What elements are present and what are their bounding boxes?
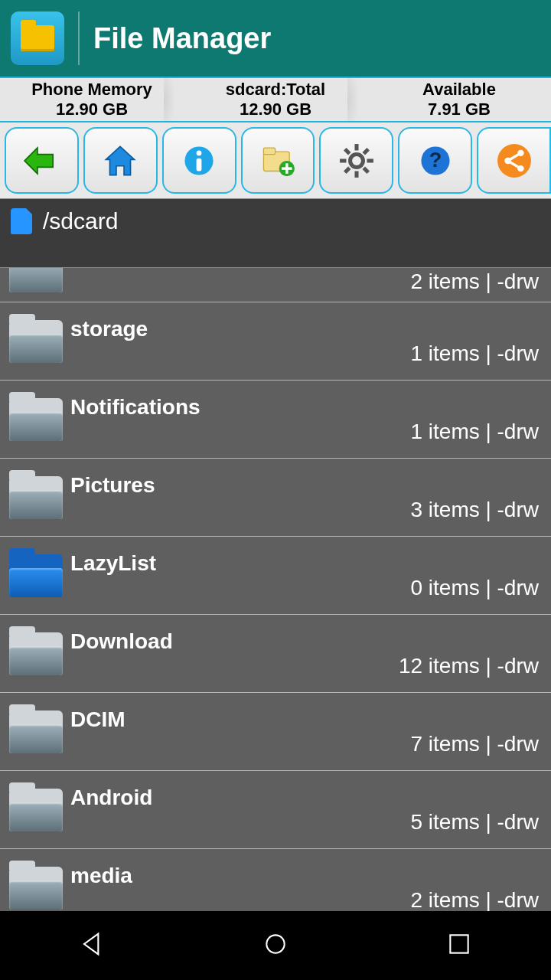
folder-name: Notifications	[70, 395, 539, 420]
svg-text:?: ?	[429, 149, 442, 172]
svg-line-15	[364, 149, 368, 153]
folder-icon	[21, 25, 54, 51]
svg-point-1	[197, 150, 202, 155]
triangle-back-icon	[77, 929, 107, 959]
share-icon	[494, 140, 535, 181]
stat-label: Phone Memory	[31, 80, 152, 100]
home-icon	[99, 140, 141, 181]
folder-icon	[9, 320, 63, 363]
folder-row[interactable]: Android5 items | -drw	[0, 770, 551, 848]
svg-line-14	[364, 168, 368, 172]
folder-name: Pictures	[70, 473, 539, 498]
circle-home-icon	[260, 929, 291, 959]
folder-row[interactable]: LazyList0 items | -drw	[0, 536, 551, 614]
stat-sdcard-total[interactable]: sdcard:Total 12.90 GB	[184, 78, 367, 121]
folder-row[interactable]: media2 items | -drw	[0, 848, 551, 911]
folder-row[interactable]: storage1 items | -drw	[0, 302, 551, 380]
folder-meta: 12 items | -drw	[399, 654, 539, 678]
file-list[interactable]: 2 items | -drwstorage1 items | -drwNotif…	[0, 268, 551, 911]
folder-icon	[9, 268, 63, 292]
stat-value: 12.90 GB	[240, 100, 311, 119]
folder-icon	[9, 789, 63, 831]
help-icon: ?	[415, 140, 456, 181]
stat-value: 7.91 GB	[428, 100, 491, 119]
square-recent-icon	[444, 929, 474, 959]
storage-stats: Phone Memory 12.90 GB sdcard:Total 12.90…	[0, 77, 551, 122]
stat-label: sdcard:Total	[226, 80, 325, 100]
folder-name: LazyList	[70, 551, 539, 576]
folder-meta: 2 items | -drw	[410, 270, 539, 294]
back-button[interactable]	[5, 127, 79, 194]
stat-label: Available	[422, 80, 496, 100]
svg-rect-2	[197, 158, 202, 171]
folder-name: storage	[70, 317, 539, 341]
nav-back-button[interactable]	[77, 929, 107, 962]
sdcard-icon	[11, 208, 32, 234]
new-folder-button[interactable]	[241, 127, 315, 194]
settings-button[interactable]	[319, 127, 393, 194]
folder-icon	[9, 554, 63, 597]
folder-name: media	[70, 864, 539, 888]
app-title: File Manager	[93, 22, 271, 55]
folder-row[interactable]: DCIM7 items | -drw	[0, 692, 551, 770]
current-path: /sdcard	[43, 208, 118, 234]
folder-icon	[9, 398, 63, 441]
svg-rect-26	[450, 935, 468, 952]
stat-value: 12.90 GB	[56, 100, 128, 119]
folder-meta: 1 items | -drw	[410, 420, 539, 444]
gear-icon	[336, 140, 377, 181]
folder-icon	[9, 632, 63, 675]
nav-recent-button[interactable]	[444, 929, 474, 962]
toolbar: ?	[0, 122, 551, 199]
folder-icon	[9, 867, 63, 910]
folder-row[interactable]: Notifications1 items | -drw	[0, 380, 551, 458]
app-bar: File Manager	[0, 0, 551, 77]
folder-name: DCIM	[70, 707, 539, 732]
new-folder-icon	[257, 140, 298, 181]
svg-rect-7	[282, 167, 292, 169]
app-icon	[11, 11, 64, 65]
help-button[interactable]: ?	[398, 127, 472, 194]
folder-icon	[9, 476, 63, 519]
folder-meta: 1 items | -drw	[410, 341, 539, 366]
nav-home-button[interactable]	[260, 929, 291, 962]
folder-meta: 7 items | -drw	[410, 732, 539, 756]
svg-rect-4	[263, 148, 275, 154]
path-bar[interactable]: /sdcard	[0, 199, 551, 268]
folder-name: Android	[70, 786, 539, 810]
folder-icon	[9, 710, 63, 753]
svg-line-13	[345, 149, 350, 153]
home-button[interactable]	[83, 127, 158, 194]
stat-available[interactable]: Available 7.91 GB	[367, 78, 551, 121]
svg-point-25	[266, 935, 284, 952]
back-arrow-icon	[21, 140, 62, 181]
folder-row[interactable]: 2 items | -drw	[0, 268, 551, 302]
folder-meta: 2 items | -drw	[410, 888, 539, 912]
stat-phone-memory[interactable]: Phone Memory 12.90 GB	[0, 78, 184, 121]
svg-point-8	[350, 154, 363, 167]
share-button[interactable]	[477, 127, 551, 194]
folder-row[interactable]: Download12 items | -drw	[0, 614, 551, 692]
folder-meta: 5 items | -drw	[410, 810, 539, 835]
svg-line-16	[345, 168, 350, 172]
svg-point-19	[497, 144, 531, 178]
folder-meta: 0 items | -drw	[410, 576, 539, 600]
divider	[78, 11, 80, 65]
system-nav-bar	[0, 911, 551, 980]
info-icon	[178, 140, 220, 181]
folder-meta: 3 items | -drw	[410, 498, 539, 522]
info-button[interactable]	[162, 127, 236, 194]
folder-name: Download	[70, 629, 539, 654]
folder-row[interactable]: Pictures3 items | -drw	[0, 458, 551, 536]
